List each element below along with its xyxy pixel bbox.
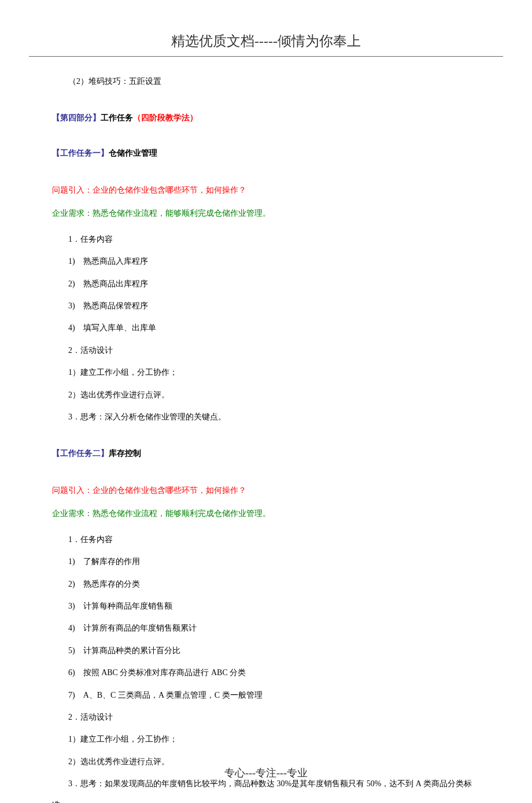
task-2-title: 库存控制 [109, 449, 141, 458]
section-4-title: 工作任务 [101, 113, 133, 122]
list-item: 2．活动设计 [52, 707, 480, 728]
task-2-need: 企业需求：熟悉仓储作业流程，能够顺利完成仓储作业管理。 [52, 503, 480, 524]
task-1-need: 企业需求：熟悉仓储作业流程，能够顺利完成仓储作业管理。 [52, 203, 480, 224]
list-item: 1) 熟悉商品入库程序 [52, 251, 480, 272]
task-1-bracket: 【工作任务一】 [52, 149, 109, 157]
task-1-question: 问题引入：企业的仓储作业包含哪些环节，如何操作？ [52, 180, 480, 201]
section-4-heading: 【第四部分】工作任务（四阶段教学法） [52, 109, 480, 127]
task-2-bracket: 【工作任务二】 [52, 449, 109, 458]
list-item: 7) A、B、C 三类商品，A 类重点管理，C 类一般管理 [52, 685, 480, 706]
intro-line: （2）堆码技巧：五距设置 [52, 71, 480, 92]
list-item: 5) 计算商品种类的累计百分比 [52, 640, 480, 661]
list-item: 4) 填写入库单、出库单 [52, 318, 480, 338]
section-4-bracket: 【第四部分】 [52, 113, 101, 122]
task-1-heading: 【工作任务一】仓储作业管理 [52, 145, 480, 163]
list-item: 1．任务内容 [52, 229, 480, 250]
document-footer: 专心---专注---专业 [0, 766, 532, 780]
list-item: 1）建立工作小组，分工协作； [52, 362, 480, 383]
list-item: 2) 熟悉库存的分类 [52, 574, 480, 595]
list-item: 1) 了解库存的作用 [52, 551, 480, 572]
section-4-paren: （四阶段教学法） [133, 113, 198, 122]
list-item: 2）选出优秀作业进行点评。 [52, 385, 480, 406]
list-item: 3．思考：深入分析仓储作业管理的关键点。 [52, 407, 480, 428]
list-item: 4) 计算所有商品的年度销售额累计 [52, 618, 480, 639]
document-page: 精选优质文档-----倾情为你奉上 （2）堆码技巧：五距设置 【第四部分】工作任… [0, 0, 532, 803]
list-item: 3) 熟悉商品保管程序 [52, 296, 480, 316]
list-item: 3) 计算每种商品年度销售额 [52, 596, 480, 617]
task-2-question: 问题引入：企业的仓储作业包含哪些环节，如何操作？ [52, 480, 480, 501]
document-header: 精选优质文档-----倾情为你奉上 [29, 32, 503, 57]
document-content: （2）堆码技巧：五距设置 【第四部分】工作任务（四阶段教学法） 【工作任务一】仓… [29, 71, 503, 803]
list-item: 1．任务内容 [52, 529, 480, 550]
task-1-title: 仓储作业管理 [109, 149, 157, 157]
list-item: 1）建立工作小组，分工协作； [52, 729, 480, 750]
list-item: 2) 熟悉商品出库程序 [52, 274, 480, 294]
task-2-heading: 【工作任务二】库存控制 [52, 445, 480, 463]
list-item: 2．活动设计 [52, 340, 480, 361]
list-item: 6) 按照 ABC 分类标准对库存商品进行 ABC 分类 [52, 662, 480, 683]
